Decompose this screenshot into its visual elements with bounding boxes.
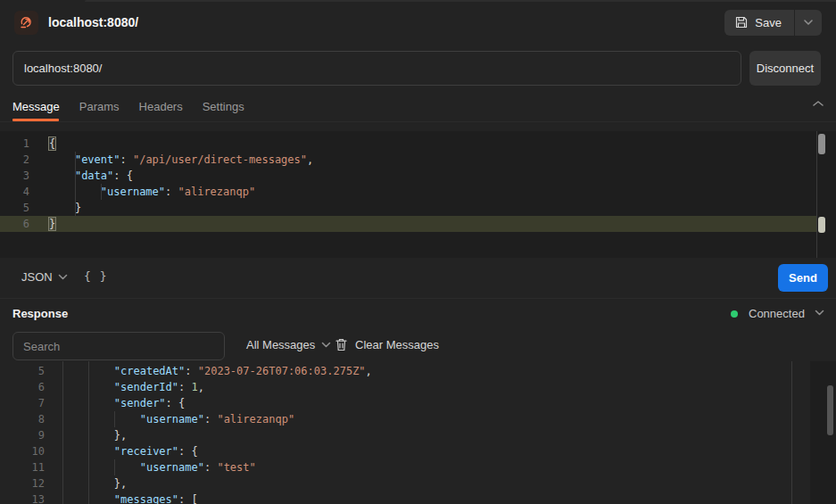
status-dropdown-button[interactable] — [814, 309, 825, 317]
url-input[interactable] — [12, 51, 741, 86]
code-line: 13 "messages": [ — [0, 492, 791, 504]
search-input[interactable] — [12, 332, 225, 360]
response-section-title: Response — [12, 307, 68, 320]
editor-cursor-marker — [818, 217, 825, 233]
save-options-button[interactable] — [795, 10, 822, 36]
trash-icon — [335, 338, 347, 351]
page-scrollbar-thumb[interactable] — [827, 385, 833, 435]
save-button[interactable]: Save — [724, 10, 794, 36]
indent-guide — [88, 361, 89, 504]
line-number: 6 — [0, 216, 29, 232]
editor-scrollbar-thumb[interactable] — [818, 134, 825, 154]
collapse-panel-button[interactable] — [811, 99, 825, 108]
chevron-down-icon — [803, 19, 814, 26]
indent-guide — [114, 411, 115, 427]
divider — [0, 298, 836, 299]
format-select[interactable]: JSON — [21, 270, 68, 284]
code-line: 6 "senderId": 1, — [0, 379, 791, 395]
line-number: 13 — [0, 492, 45, 504]
code-line: 3 "data": { — [0, 168, 816, 184]
filter-label: All Messages — [246, 338, 315, 351]
code-line: 12 }, — [0, 475, 791, 492]
code-line: 1{ — [0, 136, 816, 152]
websocket-logo-icon — [14, 11, 38, 35]
save-split-button: Save — [724, 10, 822, 36]
response-editor[interactable]: 5 "createdAt": "2023-07-26T07:06:03.275Z… — [0, 361, 836, 504]
indent-guide — [114, 459, 115, 475]
code-line: 7 "sender": { — [0, 395, 791, 411]
chevron-down-icon — [321, 342, 331, 348]
status-dot-icon — [731, 310, 738, 318]
indent-guide — [101, 184, 102, 200]
code-line: 5 } — [0, 200, 816, 216]
code-line: 6} — [0, 216, 816, 232]
app-window: localhost:8080/ Save Disconnect — [0, 0, 836, 504]
chevron-up-icon — [811, 99, 825, 108]
line-number: 10 — [0, 443, 45, 459]
message-editor[interactable]: 1{2 "event": "/api/user/direct-messages"… — [0, 131, 836, 258]
tab-message[interactable]: Message — [12, 98, 60, 115]
request-header: localhost:8080/ Save — [0, 2, 836, 43]
code-line: 2 "event": "/api/user/direct-messages", — [0, 152, 816, 168]
format-label: JSON — [21, 270, 53, 284]
line-number: 1 — [0, 136, 29, 152]
line-number: 12 — [0, 475, 45, 492]
chevron-down-icon — [814, 309, 825, 317]
line-number: 5 — [0, 200, 29, 216]
line-number: 11 — [0, 459, 45, 475]
code-line: 8 "username": "alirezanqp" — [0, 411, 791, 427]
code-line: 9 }, — [0, 427, 791, 443]
indent-guide — [75, 152, 76, 216]
line-number: 9 — [0, 427, 45, 443]
code-line: 5 "createdAt": "2023-07-26T07:06:03.275Z… — [0, 363, 791, 379]
request-tabs: Message Params Headers Settings — [12, 93, 244, 120]
beautify-button[interactable]: { } — [84, 269, 107, 283]
connection-status: Connected — [731, 307, 805, 320]
disconnect-button[interactable]: Disconnect — [749, 51, 821, 86]
line-number: 7 — [0, 395, 45, 411]
editor-scroll-border — [791, 361, 792, 504]
tab-settings[interactable]: Settings — [203, 98, 244, 115]
line-number: 6 — [0, 379, 45, 395]
save-label: Save — [755, 16, 782, 29]
indent-guide — [62, 361, 63, 504]
tab-headers[interactable]: Headers — [139, 98, 183, 115]
line-number: 8 — [0, 411, 45, 427]
editor-scroll-border — [816, 131, 817, 258]
line-number: 5 — [0, 363, 45, 379]
send-button[interactable]: Send — [778, 264, 828, 292]
code-line: 4 "username": "alirezanqp" — [0, 184, 816, 200]
chevron-down-icon — [58, 274, 68, 280]
save-floppy-icon — [735, 16, 748, 29]
status-label: Connected — [749, 307, 805, 320]
line-number: 3 — [0, 168, 29, 184]
line-number: 4 — [0, 184, 29, 200]
line-number: 2 — [0, 152, 29, 168]
clear-messages-button[interactable]: Clear Messages — [335, 338, 439, 351]
request-title: localhost:8080/ — [48, 15, 138, 29]
divider — [0, 121, 836, 122]
message-filter-select[interactable]: All Messages — [246, 338, 331, 351]
code-line: 10 "receiver": { — [0, 443, 791, 459]
tab-params[interactable]: Params — [79, 98, 120, 115]
clear-messages-label: Clear Messages — [355, 338, 439, 351]
code-line: 11 "username": "test" — [0, 459, 791, 475]
